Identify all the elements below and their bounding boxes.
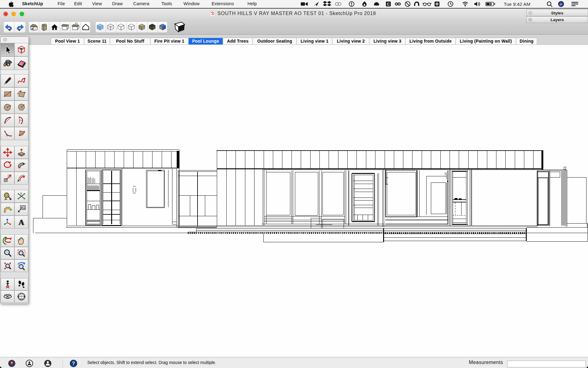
svg-text:A: A	[18, 218, 24, 227]
svg-text:3: 3	[20, 192, 21, 195]
svg-text:Tue 9:42 AM: Tue 9:42 AM	[504, 2, 530, 7]
svg-text:?: ?	[72, 361, 75, 366]
svg-text:A: A	[21, 297, 22, 299]
svg-text:A1: A1	[21, 206, 25, 209]
svg-text:C: C	[21, 294, 22, 297]
svg-text:C: C	[387, 2, 390, 6]
